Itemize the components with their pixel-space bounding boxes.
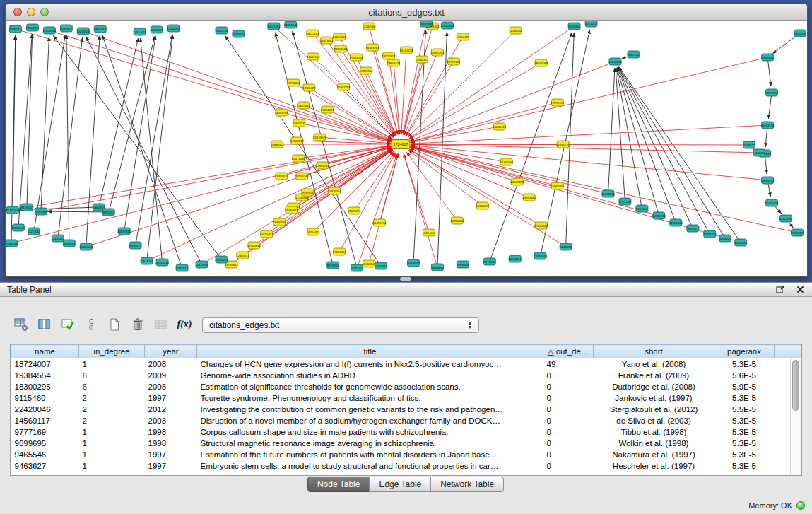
table-row[interactable]: 977716911998Corpus callosum shape and si… <box>11 426 802 438</box>
graph-node[interactable]: 9505013 <box>63 240 75 247</box>
column-header-title[interactable]: title <box>197 345 543 358</box>
graph-node[interactable]: 18264201 <box>215 256 228 263</box>
graph-node[interactable]: 22420046 <box>534 252 547 259</box>
new-column-icon[interactable] <box>105 315 124 334</box>
graph-node[interactable]: 22068184 <box>334 45 348 52</box>
graph-node[interactable]: 16530045 <box>295 173 309 180</box>
column-header-pagerank[interactable]: pagerank <box>714 345 775 358</box>
table-row[interactable]: 911546021997Tourette syndrome. Phenomeno… <box>11 392 802 404</box>
graph-node[interactable]: 17554403 <box>333 248 346 255</box>
graph-node[interactable]: 17094521 <box>534 222 548 229</box>
graph-node[interactable]: 15318031 <box>313 134 326 141</box>
graph-node[interactable]: 9245062 <box>792 229 804 236</box>
table-row[interactable]: 1938455462009Genome-wide association stu… <box>11 370 802 381</box>
graph-node[interactable]: 22041183 <box>511 178 524 185</box>
graph-node[interactable]: 10661203 <box>431 49 445 56</box>
graph-node[interactable]: 9614504 <box>636 205 648 212</box>
graph-node[interactable]: 10671204 <box>267 23 281 30</box>
graph-node[interactable]: 20913214 <box>155 259 169 266</box>
graph-node[interactable]: 9861100 <box>628 51 640 58</box>
graph-node[interactable]: 9284504 <box>735 239 747 246</box>
float-panel-icon[interactable] <box>775 285 785 295</box>
graph-node[interactable]: 9245012 <box>560 243 572 250</box>
memory-indicator[interactable] <box>796 501 805 510</box>
column-header-year[interactable]: year <box>145 345 197 358</box>
table-row[interactable]: 1872400712008Changes of HCN gene express… <box>11 358 802 370</box>
graph-node[interactable]: 12110501 <box>779 215 793 222</box>
graph-node[interactable]: 9415002 <box>20 204 33 211</box>
graph-node[interactable]: 8791230 <box>619 198 631 205</box>
graph-node[interactable]: 16262753 <box>337 83 351 90</box>
graph-node[interactable]: 11016510 <box>375 262 388 269</box>
graph-node[interactable]: 17620816 <box>247 242 261 249</box>
graph-node[interactable]: 9245031 <box>719 235 731 242</box>
graph-node[interactable]: 17751342 <box>287 79 300 86</box>
graph-node[interactable]: 10714025 <box>133 28 146 35</box>
show-columns-icon[interactable] <box>35 315 54 334</box>
graph-node[interactable]: 10841410 <box>703 230 717 238</box>
graph-node[interactable]: 9227304 <box>766 89 778 96</box>
column-header-short[interactable]: short <box>594 345 714 358</box>
graph-node[interactable]: 15087094 <box>551 182 564 189</box>
graph-node[interactable]: 10905506 <box>35 208 48 215</box>
graph-node[interactable]: 9190504 <box>6 240 18 247</box>
graph-node[interactable]: 10411465 <box>195 261 208 268</box>
graph-node[interactable]: 11254630 <box>284 21 298 28</box>
table-mode-icon[interactable] <box>11 315 31 334</box>
graph-node[interactable]: 8816213 <box>216 27 228 34</box>
graph-node[interactable]: 8922013 <box>94 25 106 33</box>
graph-node[interactable]: 11443134 <box>761 122 775 129</box>
graph-node[interactable]: 11254304 <box>510 27 523 34</box>
graph-node[interactable]: 16754421 <box>307 228 320 235</box>
graph-node[interactable]: 9094011 <box>9 25 21 33</box>
graph-node[interactable]: 16618233 <box>293 119 306 127</box>
graph-node[interactable]: 18110427 <box>302 84 316 91</box>
graph-node[interactable]: 9361408 <box>794 30 806 37</box>
graph-node[interactable]: 16836412 <box>271 141 284 148</box>
graph-node[interactable]: 9922305 <box>327 262 339 269</box>
graph-node[interactable]: 16091447 <box>285 206 298 214</box>
table-selector-dropdown[interactable]: citations_edges.txt ▲▼ <box>202 317 479 333</box>
graph-node[interactable]: 17875103 <box>551 99 564 106</box>
graph-node[interactable]: 12242068 <box>363 23 376 30</box>
graph-node[interactable]: 8181304 <box>568 23 580 30</box>
graph-node[interactable]: 11253446 <box>669 219 683 226</box>
graph-node[interactable]: 9504612 <box>129 242 141 249</box>
graph-node[interactable]: 9505801 <box>233 30 245 37</box>
graph-node[interactable]: 20160501 <box>6 206 20 214</box>
selection-mode-icon[interactable] <box>81 315 101 334</box>
split-pane-handle[interactable] <box>400 277 411 281</box>
graph-node[interactable]: 12953215 <box>316 162 329 169</box>
graph-node[interactable]: 18605421 <box>387 59 401 66</box>
graph-node[interactable]: 19804623 <box>321 106 334 113</box>
graph-node[interactable]: 16044212 <box>753 149 766 156</box>
graph-node[interactable]: 17470814 <box>360 67 373 74</box>
select-all-icon[interactable] <box>58 315 78 334</box>
graph-node[interactable]: 16012143 <box>306 30 319 37</box>
column-header-name[interactable]: name <box>11 345 79 358</box>
graph-node[interactable]: 20071346 <box>292 155 305 162</box>
close-window-button[interactable] <box>13 8 22 16</box>
graph-node[interactable]: 10057811 <box>118 228 131 235</box>
graph-node[interactable]: 9861604 <box>151 26 163 33</box>
graph-hub-node[interactable]: 1724007 <box>392 140 410 149</box>
graph-node[interactable]: 18450083 <box>534 59 548 66</box>
graph-node[interactable]: 11524504 <box>441 22 454 29</box>
graph-node[interactable]: 10924018 <box>350 54 363 61</box>
table-scrollbar[interactable] <box>790 358 801 475</box>
graph-node[interactable]: 14569117 <box>509 255 522 262</box>
graph-node[interactable]: 19436210 <box>273 218 286 226</box>
graph-node[interactable]: 14813052 <box>320 37 334 44</box>
graph-node[interactable]: 16254412 <box>423 229 436 236</box>
graph-node[interactable]: 9282912 <box>176 264 188 271</box>
table-row[interactable]: 1456911722003Disruption of a novel membe… <box>11 415 802 426</box>
graph-node[interactable]: 10936214 <box>652 212 666 219</box>
column-header-in_degree[interactable]: in_degree <box>79 345 145 358</box>
graph-node[interactable]: 9853317 <box>687 225 699 232</box>
tab-edge-table[interactable]: Edge Table <box>369 477 431 492</box>
scrollbar-thumb[interactable] <box>792 360 799 411</box>
graph-node[interactable]: 9463627 <box>407 259 419 267</box>
graph-node[interactable]: 16648704 <box>608 58 622 65</box>
graph-node[interactable]: 10770403 <box>765 199 779 206</box>
graph-node[interactable]: 12161044 <box>500 158 513 165</box>
